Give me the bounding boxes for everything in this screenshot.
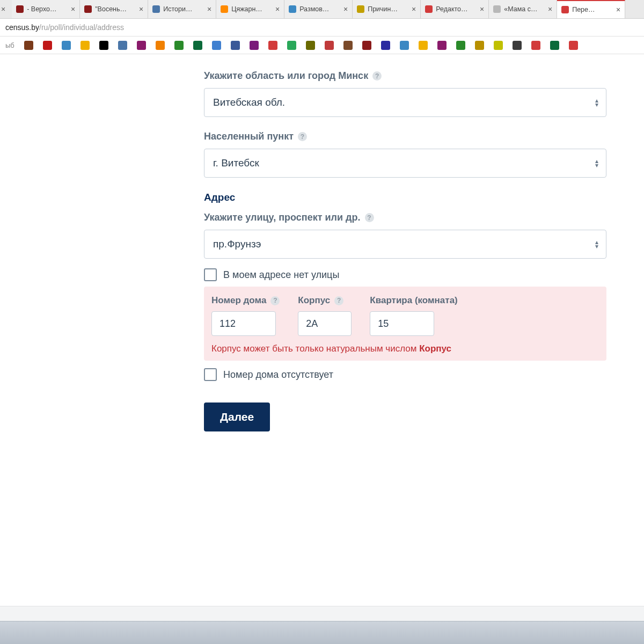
tab-close-icon[interactable]: × xyxy=(480,5,484,13)
tab-close-icon[interactable]: × xyxy=(412,5,416,13)
field-house-label-text: Номер дома xyxy=(211,295,266,306)
bookmark-icon[interactable] xyxy=(362,41,371,50)
bookmark-icon[interactable] xyxy=(193,41,202,50)
browser-tab[interactable]: «Мама с…× xyxy=(489,0,557,18)
tab-favicon-icon xyxy=(289,5,296,13)
browser-tab[interactable]: Пере…× xyxy=(557,0,625,18)
bookmark-icon[interactable] xyxy=(456,41,465,50)
form-column: Укажите область или город Минск ? Витебс… xyxy=(204,54,606,453)
help-icon[interactable]: ? xyxy=(334,296,343,305)
stepper-icon: ▴▾ xyxy=(595,159,598,167)
bookmark-icon[interactable] xyxy=(400,41,409,50)
bookmark-icon[interactable] xyxy=(531,41,540,50)
bookmark-icon[interactable] xyxy=(62,41,71,50)
form-card: Укажите область или город Минск ? Витебс… xyxy=(204,54,606,453)
tab-favicon-icon xyxy=(561,6,569,13)
next-button[interactable]: Далее xyxy=(204,402,270,431)
bookmark-icon[interactable] xyxy=(550,41,559,50)
corpus-input[interactable] xyxy=(298,311,352,336)
locality-select[interactable]: г. Витебск ▴▾ xyxy=(204,149,606,178)
help-icon[interactable]: ? xyxy=(298,132,307,141)
street-select[interactable]: пр.Фрунзэ ▴▾ xyxy=(204,230,606,259)
bookmark-icon[interactable] xyxy=(118,41,127,50)
tab-close-icon[interactable]: × xyxy=(343,5,348,13)
help-icon[interactable]: ? xyxy=(270,296,280,305)
field-region: Укажите область или город Минск ? Витебс… xyxy=(204,70,606,117)
browser-tab[interactable]: Цяжарн…× xyxy=(216,0,284,18)
bookmark-icon[interactable] xyxy=(80,41,90,50)
tab-label: Причин… xyxy=(368,5,398,13)
tab-close-icon[interactable]: × xyxy=(207,5,211,13)
bookmark-icon[interactable] xyxy=(419,41,428,50)
browser-tabstrip: × - Верхо…×"Восень…×Истори…×Цяжарн…×Разм… xyxy=(0,0,644,19)
bookmark-icon[interactable] xyxy=(437,41,447,50)
no-house-checkbox[interactable] xyxy=(204,368,217,381)
browser-bookmarks-bar: ыб xyxy=(0,36,644,54)
help-icon[interactable]: ? xyxy=(365,213,374,222)
bookmark-icon[interactable] xyxy=(268,41,277,50)
tab-close-icon[interactable]: × xyxy=(139,5,143,13)
tab-close-icon[interactable]: × xyxy=(275,5,280,13)
bookmarks-overflow-text: ыб xyxy=(5,41,14,49)
bookmark-icon[interactable] xyxy=(43,41,52,50)
inactive-window-strip xyxy=(0,606,644,621)
url-path: /ru/poll/individual/address xyxy=(39,23,124,32)
tab-close-icon[interactable]: × xyxy=(616,6,620,13)
bookmark-icon[interactable] xyxy=(325,41,334,50)
browser-tab[interactable]: "Восень…× xyxy=(80,0,148,18)
house-input[interactable] xyxy=(211,311,276,336)
browser-tab[interactable]: Размов…× xyxy=(284,0,353,18)
bookmark-icon[interactable] xyxy=(231,41,240,50)
bookmark-icon[interactable] xyxy=(569,41,578,50)
bookmark-icon[interactable] xyxy=(137,41,146,50)
bookmark-icon[interactable] xyxy=(343,41,353,50)
field-flat-label-text: Квартира (комната) xyxy=(370,295,457,306)
tab-favicon-icon xyxy=(221,5,228,13)
bookmark-icon[interactable] xyxy=(99,41,108,50)
error-message-field: Корпус xyxy=(419,343,451,354)
browser-tab[interactable]: Редакто…× xyxy=(421,0,489,18)
field-locality-label-text: Населенный пункт xyxy=(204,131,294,142)
browser-tab[interactable]: - Верхо…× xyxy=(12,0,80,18)
flat-input[interactable] xyxy=(370,311,434,336)
bookmark-icon[interactable] xyxy=(174,41,184,50)
no-street-row: В моем адресе нет улицы xyxy=(204,268,606,281)
bookmark-icon[interactable] xyxy=(306,41,315,50)
stepper-icon: ▴▾ xyxy=(595,240,598,248)
tab-label: Цяжарн… xyxy=(231,5,262,13)
browser-urlbar[interactable]: census.by/ru/poll/individual/address xyxy=(0,19,644,36)
close-icon[interactable]: × xyxy=(1,5,5,13)
tabstrip-leading: × xyxy=(0,0,12,18)
help-icon[interactable]: ? xyxy=(372,71,382,80)
bookmark-icon[interactable] xyxy=(250,41,259,50)
region-select[interactable]: Витебская обл. ▴▾ xyxy=(204,88,606,117)
bookmark-icon[interactable] xyxy=(381,41,390,50)
bookmark-icon[interactable] xyxy=(287,41,296,50)
browser-tab[interactable]: Причин…× xyxy=(353,0,421,18)
no-street-checkbox[interactable] xyxy=(204,268,217,281)
tab-favicon-icon xyxy=(493,5,501,13)
error-message: Корпус может быть только натуральным чис… xyxy=(211,343,599,354)
address-numbers-row: Номер дома ? Корпус ? xyxy=(211,295,599,336)
browser-tab[interactable]: Истори…× xyxy=(148,0,216,18)
bookmark-icon[interactable] xyxy=(24,41,33,50)
bookmark-icon[interactable] xyxy=(212,41,221,50)
tab-favicon-icon xyxy=(16,5,24,13)
address-numbers-error-panel: Номер дома ? Корпус ? xyxy=(204,287,606,361)
bookmark-icon[interactable] xyxy=(513,41,522,50)
tab-close-icon[interactable]: × xyxy=(71,5,75,13)
field-street: Укажите улицу, проспект или др. ? пр.Фру… xyxy=(204,212,606,281)
tab-label: Редакто… xyxy=(436,5,467,13)
street-select-value: пр.Фрунзэ xyxy=(213,238,261,250)
field-flat-label: Квартира (комната) xyxy=(370,295,457,306)
next-button-label: Далее xyxy=(220,411,254,423)
tab-label: Истори… xyxy=(163,5,192,13)
field-locality-label: Населенный пункт ? xyxy=(204,131,606,142)
no-street-label: В моем адресе нет улицы xyxy=(223,269,339,281)
bookmark-icon[interactable] xyxy=(494,41,503,50)
bookmark-icon[interactable] xyxy=(156,41,165,50)
tab-close-icon[interactable]: × xyxy=(548,5,552,13)
tab-favicon-icon xyxy=(152,5,160,13)
bookmark-icon[interactable] xyxy=(475,41,484,50)
tab-favicon-icon xyxy=(425,5,433,13)
